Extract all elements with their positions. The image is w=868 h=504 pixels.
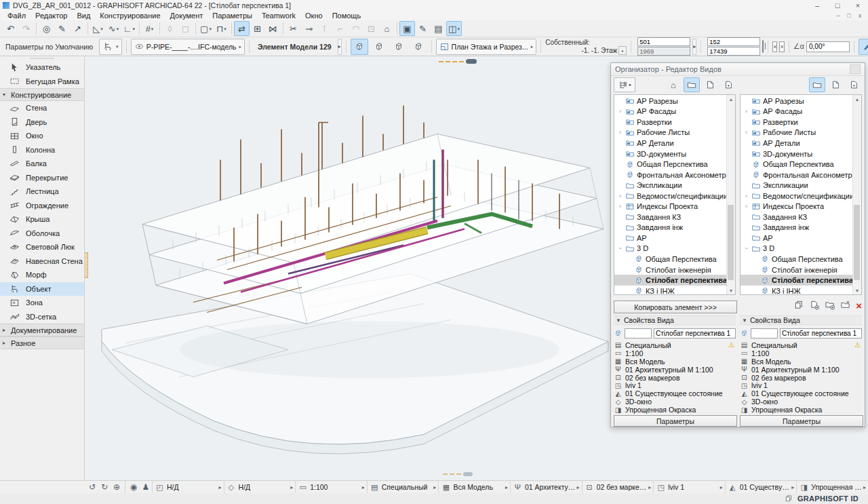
scroll-down-icon[interactable]: ▼: [853, 286, 861, 294]
eraser-icon[interactable]: ◊: [162, 21, 178, 36]
view-setting-row[interactable]: ▦Вся Модель: [740, 357, 862, 366]
resize-icon[interactable]: ⊡: [363, 21, 379, 36]
override-style-quick-option[interactable]: ◨Упрощенная Окра...▸: [796, 481, 868, 494]
size-top-input[interactable]: [707, 37, 760, 46]
tool-zone[interactable]: Зона: [0, 296, 84, 310]
explore-model-icon[interactable]: ♟: [140, 482, 152, 492]
layer-combination-quick-option[interactable]: ▤Специальный▸: [367, 481, 439, 494]
modify-icon[interactable]: ✎: [415, 21, 431, 36]
elevation-flyout-button[interactable]: ▸: [692, 39, 696, 55]
tree-item[interactable]: ›Рабочие Листы: [741, 128, 853, 138]
tree-item[interactable]: ›Индексы Проекта: [614, 201, 727, 212]
copy-item-button[interactable]: Копировать элемент >>>: [614, 301, 737, 313]
view-settings-header-right[interactable]: ▼ Свойства Вида: [740, 315, 862, 325]
view-map-icon[interactable]: [684, 77, 700, 92]
fillet-icon[interactable]: ◠: [348, 21, 363, 36]
expander-icon[interactable]: ›: [743, 129, 749, 136]
organizer-title-bar[interactable]: Организатор - Редактор Видов: [611, 63, 865, 76]
tool-stair[interactable]: Лестница: [0, 185, 84, 199]
tree-item[interactable]: Фронтальная Аксонометрия: [614, 170, 727, 180]
layers-quick-icon[interactable]: ▤: [431, 21, 446, 36]
tree-scrollbar[interactable]: ▲ ▼: [726, 95, 735, 294]
tool-curtain[interactable]: Навесная Стена: [0, 254, 84, 269]
expander-icon[interactable]: ›: [743, 193, 749, 199]
chain-link-icon[interactable]: [762, 40, 764, 53]
tool-object[interactable]: Объект: [0, 282, 84, 296]
view-setting-row[interactable]: ▭1:100: [614, 349, 736, 357]
mirror-a-button[interactable]: ×: [772, 41, 777, 52]
menu-item[interactable]: Teamwork: [257, 11, 300, 20]
mdi-restore-icon[interactable]: □: [844, 12, 854, 19]
tree-item[interactable]: ›Индексы Проекта: [741, 201, 853, 212]
tool-column[interactable]: Колонна: [0, 143, 84, 157]
view-setting-row[interactable]: Ψ01 Архитектурный М 1:100: [740, 366, 862, 374]
clone-folder-icon[interactable]: [840, 300, 851, 311]
tree-item[interactable]: Завдання інж: [614, 222, 727, 233]
expander-icon[interactable]: ›: [617, 193, 623, 199]
tree-item[interactable]: ›Ведомости/спецификации: [741, 191, 853, 201]
mirror-b-button[interactable]: ×: [779, 41, 784, 52]
mdi-minimize-icon[interactable]: –: [833, 12, 844, 19]
tree-item[interactable]: ›Ведомости/спецификации: [614, 191, 727, 201]
view-id-input[interactable]: [751, 328, 778, 338]
tree-item[interactable]: Экспликации: [614, 180, 727, 191]
view-name-input[interactable]: [780, 328, 862, 338]
tree-item[interactable]: ›3 D: [741, 244, 853, 254]
layout-book-icon[interactable]: [702, 77, 718, 92]
scroll-down-icon[interactable]: ▼: [727, 286, 735, 294]
cutting-planes-quick-option[interactable]: ◇Н/Д▸: [224, 481, 296, 494]
new-folder-icon[interactable]: [825, 300, 835, 311]
tree-item[interactable]: АР Детали: [614, 138, 727, 149]
tool-cursor[interactable]: Указатель: [0, 60, 84, 75]
tree-scrollbar[interactable]: ▲ ▼: [852, 95, 861, 294]
view-setting-row[interactable]: ◭01 Существующее состояние: [740, 389, 862, 398]
new-view-icon[interactable]: [809, 300, 820, 311]
scale-quick-option[interactable]: ▭1:100▸: [295, 481, 367, 494]
pen-set-quick-option[interactable]: Ψ01 Архитектурный ...▸: [510, 481, 582, 494]
forward-icon[interactable]: ↻: [98, 482, 111, 492]
tree-item[interactable]: АР Разрезы: [614, 96, 727, 106]
axo-view-button[interactable]: [410, 39, 427, 55]
tree-item[interactable]: АР Разрезы: [741, 96, 853, 106]
tool-skylight[interactable]: Световой Люк: [0, 240, 84, 254]
move-icon[interactable]: ⇄: [234, 21, 250, 36]
3d-visualization-icon[interactable]: ◫▾: [446, 21, 462, 36]
parameters-button-right[interactable]: Параметры: [740, 415, 863, 427]
symbolic-view-button[interactable]: [351, 39, 368, 55]
project-chooser-button[interactable]: ▸: [614, 77, 635, 92]
tree-item[interactable]: Завдання КЗ: [614, 212, 727, 222]
side-view-button[interactable]: [390, 39, 408, 55]
undo-icon[interactable]: ↶: [3, 21, 18, 36]
zoom-box-quick-option[interactable]: ◰Н/Д▸: [152, 481, 224, 494]
tree-item[interactable]: Фронтальная Аксонометрия: [741, 170, 853, 180]
tree-item[interactable]: КЗ і ІНЖ: [614, 286, 727, 295]
tree-item[interactable]: АР: [741, 233, 853, 244]
tool-roof[interactable]: Крыша: [0, 212, 84, 227]
view-setting-row[interactable]: ▤Специальный⚠: [740, 341, 862, 349]
view-setting-row[interactable]: ◨Упрощенная Окраска: [614, 406, 736, 414]
view-setting-row[interactable]: Ψ01 Архитектурный М 1:100: [614, 366, 736, 374]
inject-parameters-icon[interactable]: ✎: [54, 21, 70, 36]
tool-slab[interactable]: Перекрытие: [0, 171, 84, 185]
top-view-button[interactable]: [370, 39, 388, 55]
tree-item[interactable]: Общая Перспектива: [741, 254, 853, 265]
measure-icon[interactable]: ↗: [70, 21, 85, 36]
menu-item[interactable]: Окно: [300, 11, 328, 20]
menu-item[interactable]: Параметры: [208, 11, 257, 20]
view-setting-row[interactable]: ◇3D-окно: [614, 398, 736, 406]
tree-item[interactable]: Стілобат інженерія: [614, 265, 727, 275]
library-part-button[interactable]: P-PIPE-____-....IFC-модель ▸: [131, 39, 245, 55]
preview-mode-icon[interactable]: ◉: [127, 482, 140, 492]
tool-railing[interactable]: Ограждение: [0, 199, 84, 213]
tree-item[interactable]: Экспликации: [741, 180, 853, 191]
view-setting-row[interactable]: ▤Специальный⚠: [614, 341, 736, 349]
toolbox-section-expanded[interactable]: ▾Конструирование: [0, 88, 84, 101]
floorplan-display-button[interactable]: План Этажа и Разрез... ▸: [436, 39, 537, 55]
parameters-button-left[interactable]: Параметры: [614, 415, 737, 427]
tree-item[interactable]: АР: [614, 233, 727, 244]
angle-input[interactable]: [806, 41, 850, 52]
dimension-style-quick-option[interactable]: ⊡02 без маркеров▸: [582, 481, 654, 494]
organizer-close-icon[interactable]: [850, 64, 861, 74]
view-setting-row[interactable]: ◭01 Существующее состояние: [614, 389, 736, 398]
close-icon[interactable]: ×: [848, 0, 868, 11]
